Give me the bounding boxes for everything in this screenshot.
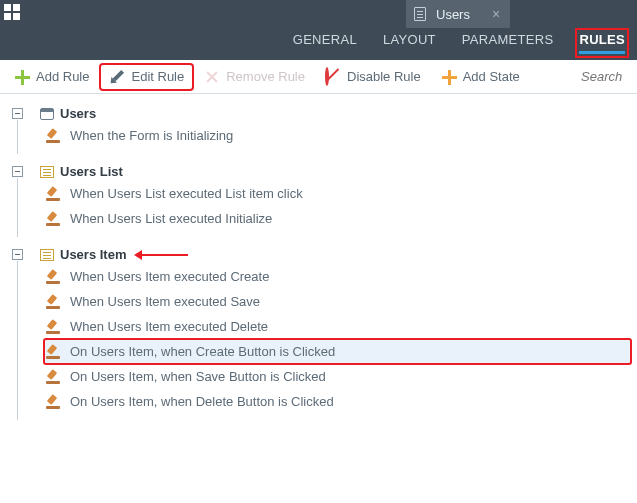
rule-row[interactable]: When Users Item executed Create — [44, 264, 633, 289]
document-tab[interactable]: Users × — [406, 0, 510, 28]
rule-group: Users ListWhen Users List executed List … — [4, 162, 633, 231]
rule-label: On Users Item, when Save Button is Click… — [70, 369, 326, 384]
app-menu-icon[interactable] — [4, 4, 20, 20]
rule-row[interactable]: When Users Item executed Delete — [44, 314, 633, 339]
rule-label: When Users List executed Initialize — [70, 211, 272, 226]
rule-row[interactable]: On Users Item, when Delete Button is Cli… — [44, 389, 633, 414]
document-icon — [414, 7, 426, 21]
rule-row[interactable]: When the Form is Initializing — [44, 123, 633, 148]
group-header[interactable]: Users Item — [40, 245, 633, 264]
collapse-toggle[interactable] — [12, 249, 23, 260]
disable-icon — [325, 67, 329, 86]
add-rule-button[interactable]: Add Rule — [6, 65, 97, 89]
rule-group: Users ItemWhen Users Item executed Creat… — [4, 245, 633, 414]
list-icon — [40, 249, 54, 261]
form-icon — [40, 108, 54, 120]
group-title: Users — [60, 106, 96, 121]
tab-rules[interactable]: RULES — [579, 32, 625, 54]
rules-toolbar: Add Rule Edit Rule Remove Rule Disable R… — [0, 60, 637, 94]
remove-rule-button[interactable]: Remove Rule — [196, 65, 313, 89]
rule-label: When Users List executed List item click — [70, 186, 303, 201]
rule-label: When Users Item executed Delete — [70, 319, 268, 334]
callout-arrow-icon — [142, 254, 188, 256]
rule-icon — [46, 187, 62, 201]
rule-icon — [46, 345, 62, 359]
pencil-icon — [106, 65, 129, 88]
tab-layout[interactable]: LAYOUT — [383, 32, 436, 54]
rule-icon — [46, 295, 62, 309]
app-header: Users × GENERAL LAYOUT PARAMETERS RULES — [0, 0, 637, 60]
rule-icon — [46, 129, 62, 143]
rule-icon — [46, 270, 62, 284]
tab-parameters[interactable]: PARAMETERS — [462, 32, 554, 54]
rule-group: UsersWhen the Form is Initializing — [4, 104, 633, 148]
rule-label: On Users Item, when Create Button is Cli… — [70, 344, 335, 359]
rule-icon — [46, 395, 62, 409]
collapse-toggle[interactable] — [12, 108, 23, 119]
search-box — [581, 69, 631, 84]
list-icon — [40, 166, 54, 178]
close-icon[interactable]: × — [492, 6, 500, 22]
disable-rule-button[interactable]: Disable Rule — [317, 65, 429, 89]
group-header[interactable]: Users List — [40, 162, 633, 181]
document-tab-label: Users — [436, 7, 470, 22]
add-state-button[interactable]: Add State — [433, 65, 528, 89]
rule-row[interactable]: When Users Item executed Save — [44, 289, 633, 314]
rule-row[interactable]: On Users Item, when Save Button is Click… — [44, 364, 633, 389]
rule-icon — [46, 212, 62, 226]
plus-icon — [14, 69, 30, 85]
group-header[interactable]: Users — [40, 104, 633, 123]
rule-row[interactable]: When Users List executed Initialize — [44, 206, 633, 231]
collapse-toggle[interactable] — [12, 166, 23, 177]
nav-tabs: GENERAL LAYOUT PARAMETERS RULES — [293, 32, 637, 60]
rule-label: When the Form is Initializing — [70, 128, 233, 143]
rule-row[interactable]: On Users Item, when Create Button is Cli… — [44, 339, 631, 364]
rule-row[interactable]: When Users List executed List item click — [44, 181, 633, 206]
rule-label: On Users Item, when Delete Button is Cli… — [70, 394, 334, 409]
rule-label: When Users Item executed Save — [70, 294, 260, 309]
rule-icon — [46, 370, 62, 384]
remove-icon — [204, 69, 220, 85]
group-title: Users List — [60, 164, 123, 179]
rules-tree: UsersWhen the Form is InitializingUsers … — [0, 94, 637, 503]
search-input[interactable] — [581, 69, 631, 84]
rule-icon — [46, 320, 62, 334]
rule-label: When Users Item executed Create — [70, 269, 269, 284]
group-title: Users Item — [60, 247, 126, 262]
edit-rule-button[interactable]: Edit Rule — [101, 65, 192, 89]
plus-icon — [441, 69, 457, 85]
tab-general[interactable]: GENERAL — [293, 32, 357, 54]
